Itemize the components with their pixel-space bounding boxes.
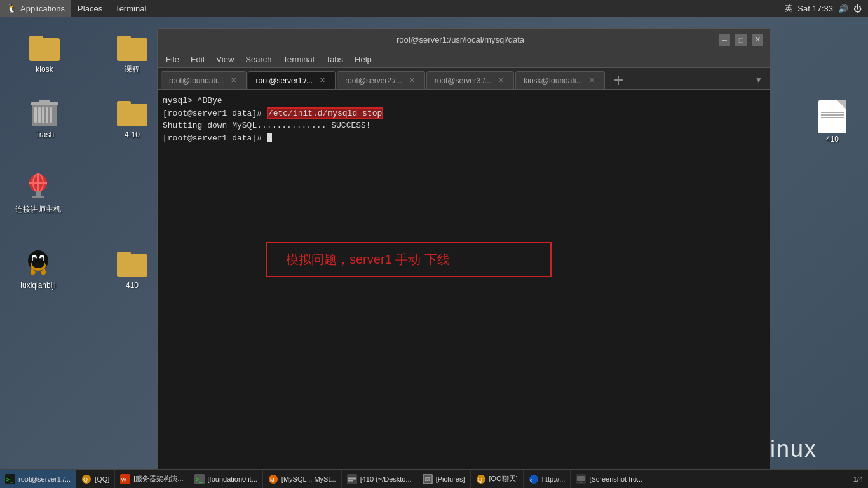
term-line-4: [root@server1 data]# — [163, 132, 764, 145]
tab-2[interactable]: root@server1:/... ✕ — [248, 71, 336, 89]
terminal-maximize-btn[interactable]: □ — [735, 34, 747, 46]
places-label: Places — [78, 4, 102, 13]
menu-view[interactable]: View — [211, 53, 239, 67]
taskbar-label-410: [410 (~/Deskto... — [360, 475, 412, 483]
new-tab-btn[interactable] — [609, 71, 627, 89]
desktop-icon-kecheng[interactable]: 课程 — [107, 32, 158, 76]
svg-rect-35 — [348, 478, 356, 480]
taskbar-item-pictures[interactable]: 🖼 [Pictures] — [417, 470, 471, 489]
svg-text:W: W — [121, 477, 126, 483]
desktop-icon-4-10[interactable]: 4-10 — [107, 97, 158, 141]
tab-3-close[interactable]: ✕ — [407, 76, 417, 85]
clock: Sat 17:33 — [797, 4, 833, 13]
menu-help[interactable]: Help — [349, 53, 377, 67]
taskbar-item-410[interactable]: [410 (~/Deskto... — [342, 470, 417, 489]
tab-5[interactable]: kiosk@foundati... ✕ — [515, 71, 605, 89]
taskbar-label-http: http://... — [542, 475, 566, 483]
svg-rect-13 — [32, 196, 44, 198]
svg-text:Q: Q — [83, 477, 88, 483]
taskbar-item-mysql[interactable]: M [MySQL :: MySt... — [263, 470, 342, 489]
terminal-close-btn[interactable]: ✕ — [752, 34, 763, 46]
icon-label-connect: 连接讲师主机 — [13, 204, 63, 215]
sound-icon[interactable]: 🔊 — [838, 4, 848, 13]
tab-4-close[interactable]: ✕ — [496, 76, 506, 85]
folder-icon-kecheng — [117, 32, 147, 62]
tab-dropdown-btn[interactable]: ▼ — [751, 71, 766, 89]
term-line-2: [root@server1 data]# /etc/init.d/mysqld … — [163, 107, 764, 120]
tab-5-close[interactable]: ✕ — [587, 76, 597, 85]
connect-icon — [23, 172, 53, 202]
taskbar-label-pictures: [Pictures] — [436, 475, 465, 483]
power-icon[interactable]: ⏻ — [853, 4, 862, 13]
taskbar-label-qq: [QQ] — [95, 475, 109, 483]
tab-4[interactable]: root@server3:/... ✕ — [426, 71, 515, 89]
desktop-icon-kiosk[interactable]: kiosk — [19, 32, 70, 76]
svg-rect-22 — [618, 76, 619, 85]
tab-1[interactable]: root@foundati... ✕ — [161, 71, 247, 89]
taskbar-item-screenshot[interactable]: [Screenshot frò... — [571, 470, 648, 489]
icon-label-4-10: 4-10 — [123, 130, 142, 141]
svg-text:M: M — [270, 477, 275, 483]
desktop-icon-doc-410[interactable]: 410 — [807, 102, 858, 146]
menu-edit[interactable]: Edit — [186, 53, 210, 67]
menu-search[interactable]: Search — [240, 53, 276, 67]
icon-label-trash: Trash — [33, 130, 56, 141]
taskbar-item-fuwuqi[interactable]: W [服务器架构演... — [115, 470, 189, 489]
taskbar-icon-pictures: 🖼 — [423, 474, 433, 484]
tab-1-close[interactable]: ✕ — [229, 76, 238, 85]
taskbar-icon-410 — [347, 474, 357, 484]
menubar: 🐧 Applications Places Terminal 英 Sat 17:… — [0, 0, 868, 17]
taskbar-item-root-server1[interactable]: >_ root@server1:/... — [0, 470, 76, 489]
menu-places[interactable]: Places — [71, 0, 109, 17]
menu-file[interactable]: File — [161, 53, 184, 67]
applications-label: Applications — [20, 4, 65, 13]
taskbar-page: 1/4 — [848, 475, 868, 483]
terminal-cursor — [267, 133, 272, 142]
menu-terminal[interactable]: Terminal — [278, 53, 320, 67]
terminal-titlebar: root@server1:/usr/local/mysql/data ─ □ ✕ — [158, 29, 770, 51]
taskbar-icon-fuwuqi: W — [120, 474, 130, 484]
svg-text:>_: >_ — [6, 477, 13, 483]
icon-label-qq: luxiqianbiji — [18, 280, 57, 292]
svg-rect-1 — [34, 107, 37, 123]
taskbar-icon-qq2: Q — [476, 474, 486, 484]
terminal-content[interactable]: mysql> ^DBye [root@server1 data]# /etc/i… — [158, 90, 770, 472]
terminal-title: root@server1:/usr/local/mysql/data — [202, 35, 719, 44]
folder-icon-kiosk — [29, 32, 60, 62]
terminal-window: root@server1:/usr/local/mysql/data ─ □ ✕… — [157, 28, 770, 473]
highlight-command: /etc/init.d/mysqld stop — [267, 107, 383, 119]
folder-icon-luxiqianbiji — [117, 248, 147, 278]
menu-terminal[interactable]: Terminal — [109, 0, 153, 17]
menu-applications[interactable]: 🐧 Applications — [0, 0, 71, 17]
svg-text:Q: Q — [478, 477, 482, 483]
svg-rect-2 — [38, 107, 41, 123]
taskbar-item-qq2[interactable]: Q [QQ聊天] — [471, 470, 524, 489]
svg-rect-7 — [39, 100, 50, 103]
taskbar-icon-qq: Q — [81, 474, 92, 484]
desktop-icon-connect[interactable]: 连接讲师主机 — [13, 172, 64, 215]
trash-icon — [29, 97, 60, 128]
taskbar-item-foundation[interactable]: >_ [foundation0.it... — [189, 470, 263, 489]
doc-410-icon — [817, 102, 848, 132]
linux-icon: 🐧 — [6, 3, 17, 13]
icon-label-luxiqianbiji: 410 — [124, 280, 140, 292]
desktop-icon-luxiqianbiji[interactable]: 410 — [107, 248, 158, 292]
tab-2-close[interactable]: ✕ — [318, 76, 327, 85]
svg-rect-4 — [46, 107, 48, 123]
language-indicator: 英 — [785, 3, 792, 14]
desktop-icon-trash[interactable]: Trash — [19, 97, 70, 141]
menu-tabs[interactable]: Tabs — [321, 53, 348, 67]
tab-3[interactable]: root@server2:/... ✕ — [337, 71, 425, 89]
icon-label-kiosk: kiosk — [34, 64, 55, 76]
taskbar-icon-http: e — [529, 474, 539, 484]
svg-rect-45 — [577, 476, 585, 481]
terminal-label: Terminal — [115, 4, 146, 13]
terminal-minimize-btn[interactable]: ─ — [719, 34, 730, 46]
taskbar-item-http[interactable]: e http://... — [524, 470, 571, 489]
taskbar: >_ root@server1:/... Q [QQ] W [服务器架构演...… — [0, 469, 868, 488]
annotation-box: 模拟问题，server1 手动 下线 — [266, 242, 552, 277]
qq-icon — [23, 248, 53, 278]
desktop-icon-qq[interactable]: luxiqianbiji — [13, 248, 64, 292]
svg-rect-3 — [42, 107, 44, 123]
taskbar-item-qq[interactable]: Q [QQ] — [76, 470, 115, 489]
